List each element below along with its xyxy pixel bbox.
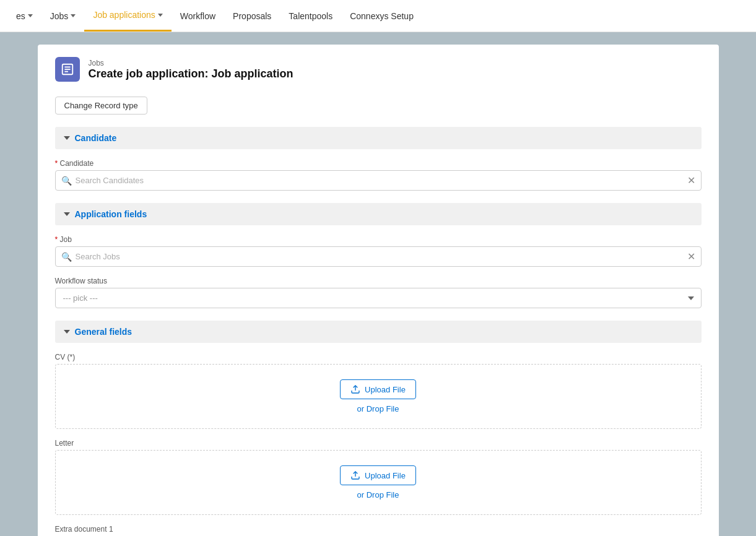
- main-content: Jobs Create job application: Job applica…: [0, 32, 756, 536]
- letter-drop-label: or Drop File: [71, 490, 686, 499]
- letter-label: Letter: [55, 439, 702, 447]
- cv-upload-button[interactable]: Upload File: [340, 379, 416, 399]
- nav-label-proposals: Proposals: [233, 11, 271, 21]
- nav-label-es: es: [16, 11, 25, 21]
- job-clear-icon[interactable]: ✕: [687, 251, 695, 262]
- application-fields-section: Application fields Job 🔍 ✕ Workflow stat…: [55, 203, 702, 308]
- breadcrumb: Jobs: [89, 59, 293, 67]
- top-navigation: es Jobs Job applications Workflow Propos…: [0, 0, 756, 32]
- job-search-icon: 🔍: [61, 252, 72, 262]
- letter-upload-label: Upload File: [365, 471, 406, 480]
- nav-label-talentpools: Talentpools: [289, 11, 332, 21]
- cv-upload-area[interactable]: Upload File or Drop File: [55, 364, 702, 429]
- nav-item-job-applications[interactable]: Job applications: [84, 0, 171, 32]
- page-title-block: Jobs Create job application: Job applica…: [89, 59, 293, 80]
- chevron-down-icon: [158, 14, 163, 17]
- nav-label-jobs: Jobs: [50, 11, 69, 21]
- workflow-status-field-group: Workflow status --- pick ---: [55, 277, 702, 308]
- candidate-section-title: Candidate: [75, 133, 117, 143]
- nav-item-es[interactable]: es: [7, 0, 41, 32]
- workflow-status-select-wrap: --- pick ---: [55, 288, 702, 308]
- letter-upload-area[interactable]: Upload File or Drop File: [55, 450, 702, 515]
- cv-label: CV (*): [55, 353, 702, 361]
- general-fields-section-title: General fields: [75, 327, 133, 337]
- page-icon: [55, 57, 80, 82]
- change-record-type-button[interactable]: Change Record type: [55, 97, 147, 115]
- page-title: Create job application: Job application: [89, 67, 293, 80]
- cv-field-group: CV (*) Upload File or Drop File: [55, 353, 702, 429]
- application-fields-section-header[interactable]: Application fields: [55, 203, 702, 225]
- application-fields-section-title: Application fields: [75, 209, 147, 219]
- cv-drop-label: or Drop File: [71, 404, 686, 413]
- nav-label-job-applications: Job applications: [93, 10, 155, 20]
- nav-label-connexys-setup: Connexys Setup: [350, 11, 414, 21]
- application-fields-chevron-icon: [64, 212, 70, 216]
- job-field-group: Job 🔍 ✕: [55, 235, 702, 267]
- candidate-field-group: Candidate 🔍 ✕: [55, 159, 702, 191]
- letter-upload-button[interactable]: Upload File: [340, 465, 416, 485]
- job-label: Job: [55, 235, 702, 244]
- chevron-down-icon: [71, 14, 76, 17]
- workflow-status-select[interactable]: --- pick ---: [55, 288, 702, 308]
- candidate-search-input[interactable]: [55, 170, 702, 191]
- general-fields-section-header[interactable]: General fields: [55, 321, 702, 343]
- candidate-section-header[interactable]: Candidate: [55, 127, 702, 149]
- general-fields-section: General fields CV (*) Upload File or Dro…: [55, 321, 702, 536]
- candidate-section: Candidate Candidate 🔍 ✕: [55, 127, 702, 191]
- page-card: Jobs Create job application: Job applica…: [38, 45, 719, 536]
- job-search-input[interactable]: [55, 246, 702, 267]
- chevron-down-icon: [28, 14, 33, 17]
- general-fields-chevron-icon: [64, 330, 70, 334]
- extra-doc-1-field-group: Extra document 1 Upload File: [55, 525, 702, 536]
- nav-item-jobs[interactable]: Jobs: [41, 0, 85, 32]
- candidate-label: Candidate: [55, 159, 702, 168]
- candidate-search-wrap: 🔍 ✕: [55, 170, 702, 191]
- nav-item-talentpools[interactable]: Talentpools: [280, 0, 341, 32]
- nav-item-connexys-setup[interactable]: Connexys Setup: [341, 0, 422, 32]
- clear-icon[interactable]: ✕: [687, 175, 695, 186]
- nav-item-proposals[interactable]: Proposals: [224, 0, 280, 32]
- candidate-chevron-icon: [64, 136, 70, 140]
- nav-label-workflow: Workflow: [180, 11, 215, 21]
- page-header: Jobs Create job application: Job applica…: [55, 57, 702, 82]
- cv-upload-label: Upload File: [365, 385, 406, 394]
- workflow-status-label: Workflow status: [55, 277, 702, 285]
- job-search-wrap: 🔍 ✕: [55, 246, 702, 267]
- letter-field-group: Letter Upload File or Drop File: [55, 439, 702, 515]
- search-icon: 🔍: [61, 176, 72, 186]
- extra-doc-1-label: Extra document 1: [55, 525, 702, 534]
- nav-item-workflow[interactable]: Workflow: [172, 0, 224, 32]
